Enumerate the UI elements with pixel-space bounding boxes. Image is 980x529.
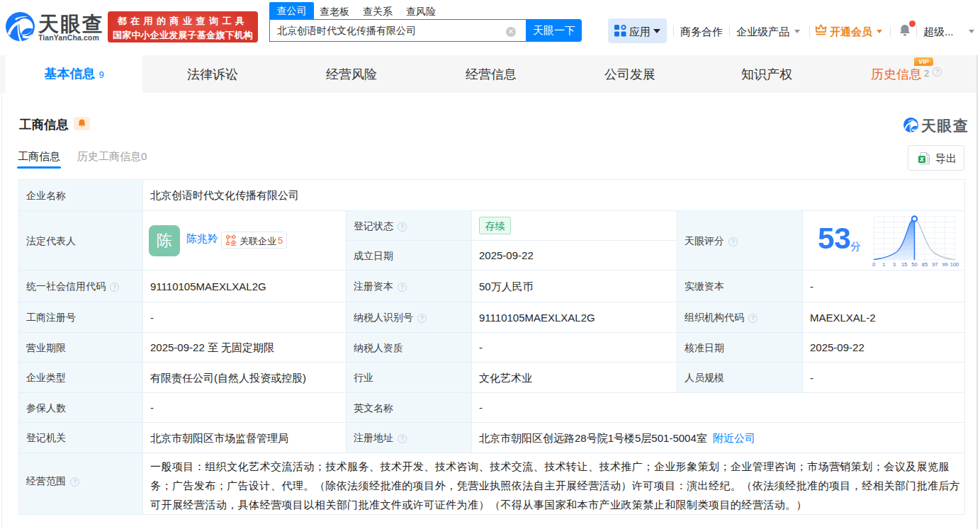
- svg-text:100: 100: [950, 261, 959, 268]
- svg-text:1: 1: [882, 261, 885, 268]
- svg-text:企: 企: [230, 239, 237, 246]
- svg-text:3: 3: [893, 261, 896, 268]
- svg-text:15: 15: [901, 261, 907, 268]
- svg-text:99: 99: [942, 261, 947, 268]
- svg-text:0: 0: [872, 261, 875, 268]
- svg-text:85: 85: [922, 261, 928, 268]
- svg-text:50: 50: [911, 261, 917, 268]
- svg-text:97: 97: [932, 261, 937, 268]
